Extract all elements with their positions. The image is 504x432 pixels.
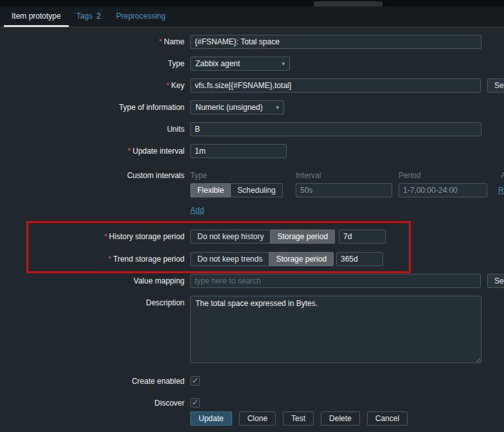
custom-interval-input[interactable] [296,183,392,197]
tab-tags[interactable]: Tags 2 [69,6,109,27]
description-textarea[interactable]: The total space expressed in Bytes. [190,296,482,363]
cancel-button[interactable]: Cancel [367,411,408,426]
top-header-bar [0,0,504,6]
option-scheduling[interactable]: Scheduling [230,183,282,197]
option-flexible[interactable]: Flexible [190,183,231,197]
tab-label: Tags [76,12,93,21]
description-label: Description [0,296,184,310]
value-mapping-select-button[interactable]: Select [487,274,504,288]
form-row-history-storage: *History storage period Do not keep hist… [0,230,504,245]
update-interval-label: *Update interval [0,144,184,158]
value-mapping-input[interactable] [190,274,481,288]
trend-storage-label: *Trend storage period [0,252,184,266]
create-enabled-checkbox[interactable]: ✓ [190,376,200,386]
custom-intervals-row: Flexible Scheduling Remove [0,183,504,199]
value-mapping-label: Value mapping [0,274,184,288]
tab-preprocessing[interactable]: Preprocessing [109,6,174,27]
history-storage-label: *History storage period [0,230,184,244]
update-button[interactable]: Update [190,411,232,426]
required-mark: * [166,81,170,90]
chevron-down-icon: ▾ [282,60,285,67]
tab-bar: Item prototype Tags 2 Preprocessing [0,6,504,28]
tab-label: Preprocessing [116,12,166,21]
type-of-information-value: Numeric (unsigned) [195,103,263,112]
create-enabled-label: Create enabled [0,374,184,388]
form-row-key: *Key Select [0,78,504,94]
tab-item-prototype[interactable]: Item prototype [4,6,69,27]
delete-button[interactable]: Delete [321,411,360,426]
form-row-create-enabled: Create enabled ✓ [0,374,504,390]
required-mark: * [108,255,111,264]
remove-link[interactable]: Remove [498,183,504,197]
clone-button[interactable]: Clone [239,411,276,426]
option-trend-storage-period[interactable]: Storage period [269,252,334,266]
option-history-storage-period[interactable]: Storage period [270,230,335,244]
required-mark: * [104,232,107,241]
required-mark: * [159,37,162,46]
units-input[interactable] [190,122,482,136]
form-row-type-of-information: Type of information Numeric (unsigned) ▾ [0,100,504,116]
name-input[interactable] [190,35,482,49]
name-label: *Name [0,35,184,49]
form-row-name: *Name [0,35,504,50]
type-label: Type [0,57,184,71]
form-row-custom-intervals-header: Custom intervals Type Interval Period Ac… [0,168,504,184]
form-row-discover: Discover ✓ [0,396,504,411]
option-do-not-keep-history[interactable]: Do not keep history [190,230,271,244]
column-header-type: Type [190,168,207,183]
discover-label: Discover [0,396,184,410]
trend-storage-segment: Do not keep trends Storage period [190,252,334,266]
type-of-information-select[interactable]: Numeric (unsigned) ▾ [190,100,284,114]
chevron-down-icon: ▾ [276,104,279,111]
units-label: Units [0,122,184,136]
form-row-units: Units [0,122,504,138]
type-of-information-label: Type of information [0,100,184,114]
header-partial-button[interactable] [314,1,382,6]
form-row-description: Description The total space expressed in… [0,296,504,366]
tab-label: Item prototype [12,12,61,21]
custom-interval-type-segment: Flexible Scheduling [190,183,283,197]
form-row-value-mapping: Value mapping Select [0,274,504,289]
key-select-button[interactable]: Select [487,78,504,93]
discover-checkbox[interactable]: ✓ [190,398,200,408]
option-do-not-keep-trends[interactable]: Do not keep trends [190,252,269,266]
footer-button-row: Update Clone Test Delete Cancel [190,411,408,426]
key-input[interactable] [190,78,481,93]
column-header-interval: Interval [296,168,321,183]
form-row-trend-storage: *Trend storage period Do not keep trends… [0,252,504,267]
column-header-period: Period [399,168,421,183]
history-period-input[interactable] [339,230,386,244]
form-row-update-interval: *Update interval [0,144,504,159]
type-select[interactable]: Zabbix agent ▾ [190,57,290,71]
add-link[interactable]: Add [190,204,204,216]
check-icon: ✓ [192,398,198,407]
test-button[interactable]: Test [283,411,314,426]
tags-count-badge: 2 [96,12,101,21]
custom-intervals-label: Custom intervals [0,168,184,183]
type-select-value: Zabbix agent [195,59,240,68]
trend-period-input[interactable] [336,252,383,266]
form-row-type: Type Zabbix agent ▾ [0,57,504,72]
history-storage-segment: Do not keep history Storage period [190,230,335,244]
required-mark: * [128,147,131,156]
custom-period-input[interactable] [399,183,487,197]
column-header-action: Action [501,168,504,183]
custom-intervals-add-row: Add [0,204,504,220]
check-icon: ✓ [192,376,198,385]
key-label: *Key [0,78,184,93]
update-interval-input[interactable] [190,144,287,158]
